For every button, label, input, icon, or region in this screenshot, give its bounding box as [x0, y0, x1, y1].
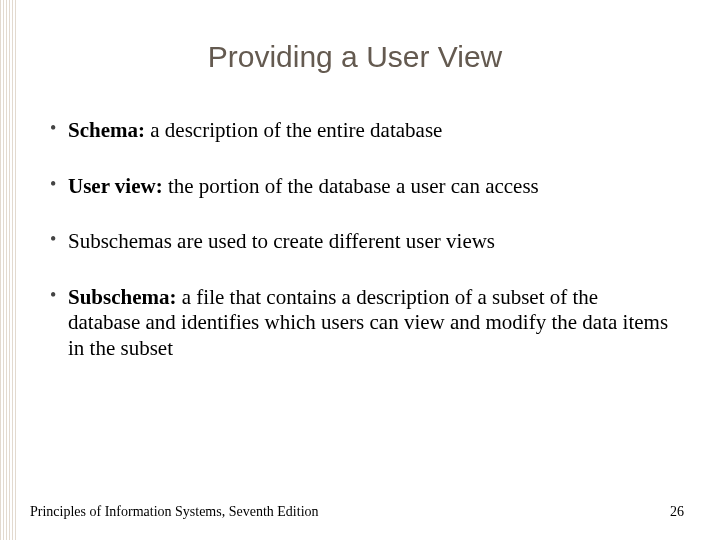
bullet-list: Schema: a description of the entire data… — [40, 118, 670, 362]
bullet-term: Subschema: — [68, 285, 177, 309]
list-item: Schema: a description of the entire data… — [50, 118, 670, 144]
slide-title: Providing a User View — [40, 40, 670, 74]
bullet-term: User view: — [68, 174, 163, 198]
slide-content: Providing a User View Schema: a descript… — [0, 0, 720, 540]
bullet-text: a description of the entire database — [145, 118, 442, 142]
bullet-term: Schema: — [68, 118, 145, 142]
list-item: Subschema: a file that contains a descri… — [50, 285, 670, 362]
bullet-text: Subschemas are used to create different … — [68, 229, 495, 253]
bullet-text: the portion of the database a user can a… — [163, 174, 539, 198]
page-number: 26 — [670, 504, 684, 520]
footer-text: Principles of Information Systems, Seven… — [30, 504, 319, 520]
list-item: Subschemas are used to create different … — [50, 229, 670, 255]
list-item: User view: the portion of the database a… — [50, 174, 670, 200]
